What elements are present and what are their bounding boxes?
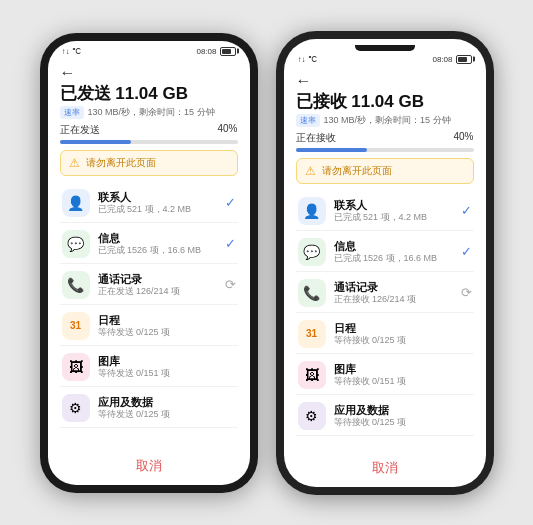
left-phone: ↑↓ ℃ 08:08 ← 已发送 11.04 GB 速率 130 MB/秒，剩余… (40, 33, 258, 493)
left-cancel-button[interactable]: 取消 (136, 457, 162, 475)
r-calls-status-icon: ⟳ (461, 285, 472, 300)
list-item: 💬 信息 已完成 1526 项，16.6 MB ✓ (60, 225, 238, 264)
right-cancel-wrap: 取消 (296, 453, 474, 479)
r-contacts-icon: 👤 (298, 197, 326, 225)
right-warning-text: 请勿离开此页面 (322, 164, 392, 178)
list-item: 31 日程 等待接收 0/125 项 (296, 315, 474, 354)
messages-info: 信息 已完成 1526 项，16.6 MB (98, 232, 217, 256)
r-contacts-name: 联系人 (334, 199, 453, 212)
r-calls-sub: 正在接收 126/214 项 (334, 294, 453, 305)
left-content: ← 已发送 11.04 GB 速率 130 MB/秒，剩余时间：15 分钟 正在… (48, 60, 250, 485)
gallery-icon: 🖼 (62, 353, 90, 381)
r-messages-info: 信息 已完成 1526 项，16.6 MB (334, 240, 453, 264)
left-progress-bar-bg (60, 140, 238, 144)
right-progress-bar-fill (296, 148, 367, 152)
right-cancel-button[interactable]: 取消 (372, 459, 398, 477)
r-calls-name: 通话记录 (334, 281, 453, 294)
right-back-arrow[interactable]: ← (296, 72, 474, 90)
right-status-left: ↑↓ ℃ (298, 55, 317, 64)
left-progress-text: 正在发送 (60, 123, 100, 137)
left-item-list: 👤 联系人 已完成 521 项，4.2 MB ✓ 💬 信息 已完成 1526 项… (60, 184, 238, 451)
left-warning-icon: ⚠ (69, 156, 80, 170)
right-warning-icon: ⚠ (305, 164, 316, 178)
r-calendar-sub: 等待接收 0/125 项 (334, 335, 472, 346)
list-item: 🖼 图库 等待发送 0/151 项 (60, 348, 238, 387)
contacts-status-icon: ✓ (225, 195, 236, 210)
apps-info: 应用及数据 等待发送 0/125 项 (98, 396, 236, 420)
list-item: 👤 联系人 已完成 521 项，4.2 MB ✓ (296, 192, 474, 231)
left-status-left: ↑↓ ℃ (62, 47, 81, 56)
r-gallery-info: 图库 等待接收 0/151 项 (334, 363, 472, 387)
right-progress-pct: 40% (453, 131, 473, 145)
r-apps-info: 应用及数据 等待接收 0/125 项 (334, 404, 472, 428)
calls-info: 通话记录 正在发送 126/214 项 (98, 273, 217, 297)
left-status-bar: ↑↓ ℃ 08:08 (48, 41, 250, 60)
list-item: 📞 通话记录 正在接收 126/214 项 ⟳ (296, 274, 474, 313)
right-notch-area (284, 39, 486, 51)
apps-name: 应用及数据 (98, 396, 236, 409)
right-content: ← 已接收 11.04 GB 速率 130 MB/秒，剩余时间：15 分钟 正在… (284, 68, 486, 487)
r-calls-info: 通话记录 正在接收 126/214 项 (334, 281, 453, 305)
messages-status-icon: ✓ (225, 236, 236, 251)
list-item: 🖼 图库 等待接收 0/151 项 (296, 356, 474, 395)
apps-icon: ⚙ (62, 394, 90, 422)
r-gallery-icon: 🖼 (298, 361, 326, 389)
calendar-info: 日程 等待发送 0/125 项 (98, 314, 236, 338)
r-messages-name: 信息 (334, 240, 453, 253)
right-status-right: 08:08 (432, 55, 471, 64)
left-status-right: 08:08 (196, 47, 235, 56)
list-item: 👤 联系人 已完成 521 项，4.2 MB ✓ (60, 184, 238, 223)
right-progress-text: 正在接收 (296, 131, 336, 145)
right-speed-icon: 速率 (296, 114, 320, 127)
r-gallery-name: 图库 (334, 363, 472, 376)
calls-sub: 正在发送 126/214 项 (98, 286, 217, 297)
r-messages-icon: 💬 (298, 238, 326, 266)
right-speed-value: 130 MB/秒，剩余时间：15 分钟 (324, 114, 451, 127)
left-speed-info: 速率 130 MB/秒，剩余时间：15 分钟 (60, 106, 238, 119)
calls-status-icon: ⟳ (225, 277, 236, 292)
list-item: 📞 通话记录 正在发送 126/214 项 ⟳ (60, 266, 238, 305)
list-item: 31 日程 等待发送 0/125 项 (60, 307, 238, 346)
left-warning-box: ⚠ 请勿离开此页面 (60, 150, 238, 176)
gallery-info: 图库 等待发送 0/151 项 (98, 355, 236, 379)
list-item: ⚙ 应用及数据 等待接收 0/125 项 (296, 397, 474, 436)
r-calendar-info: 日程 等待接收 0/125 项 (334, 322, 472, 346)
right-screen: ↑↓ ℃ 08:08 ← 已接收 11.04 GB 速率 130 MB/秒，剩余… (284, 39, 486, 487)
left-progress-section: 正在发送 40% (60, 123, 238, 144)
apps-sub: 等待发送 0/125 项 (98, 409, 236, 420)
left-speed-value: 130 MB/秒，剩余时间：15 分钟 (88, 106, 215, 119)
contacts-icon: 👤 (62, 189, 90, 217)
left-cancel-wrap: 取消 (60, 451, 238, 477)
r-contacts-status-icon: ✓ (461, 203, 472, 218)
r-contacts-info: 联系人 已完成 521 项，4.2 MB (334, 199, 453, 223)
right-title: 已接收 11.04 GB (296, 92, 474, 112)
list-item: ⚙ 应用及数据 等待发送 0/125 项 (60, 389, 238, 428)
right-speed-info: 速率 130 MB/秒，剩余时间：15 分钟 (296, 114, 474, 127)
r-calendar-icon: 31 (298, 320, 326, 348)
left-progress-pct: 40% (217, 123, 237, 137)
calendar-sub: 等待发送 0/125 项 (98, 327, 236, 338)
left-speed-icon: 速率 (60, 106, 84, 119)
right-status-bar: ↑↓ ℃ 08:08 (284, 53, 486, 68)
r-apps-icon: ⚙ (298, 402, 326, 430)
contacts-name: 联系人 (98, 191, 217, 204)
gallery-name: 图库 (98, 355, 236, 368)
r-calendar-name: 日程 (334, 322, 472, 335)
calendar-icon: 31 (62, 312, 90, 340)
right-progress-label: 正在接收 40% (296, 131, 474, 145)
left-screen: ↑↓ ℃ 08:08 ← 已发送 11.04 GB 速率 130 MB/秒，剩余… (48, 41, 250, 485)
left-progress-bar-fill (60, 140, 131, 144)
left-title: 已发送 11.04 GB (60, 84, 238, 104)
right-warning-box: ⚠ 请勿离开此页面 (296, 158, 474, 184)
r-contacts-sub: 已完成 521 项，4.2 MB (334, 212, 453, 223)
r-messages-status-icon: ✓ (461, 244, 472, 259)
contacts-info: 联系人 已完成 521 项，4.2 MB (98, 191, 217, 215)
left-back-arrow[interactable]: ← (60, 64, 238, 82)
list-item: 💬 信息 已完成 1526 项，16.6 MB ✓ (296, 233, 474, 272)
r-apps-name: 应用及数据 (334, 404, 472, 417)
right-notch (355, 45, 415, 51)
calls-icon: 📞 (62, 271, 90, 299)
right-phone: ↑↓ ℃ 08:08 ← 已接收 11.04 GB 速率 130 MB/秒，剩余… (276, 31, 494, 495)
left-warning-text: 请勿离开此页面 (86, 156, 156, 170)
messages-sub: 已完成 1526 项，16.6 MB (98, 245, 217, 256)
